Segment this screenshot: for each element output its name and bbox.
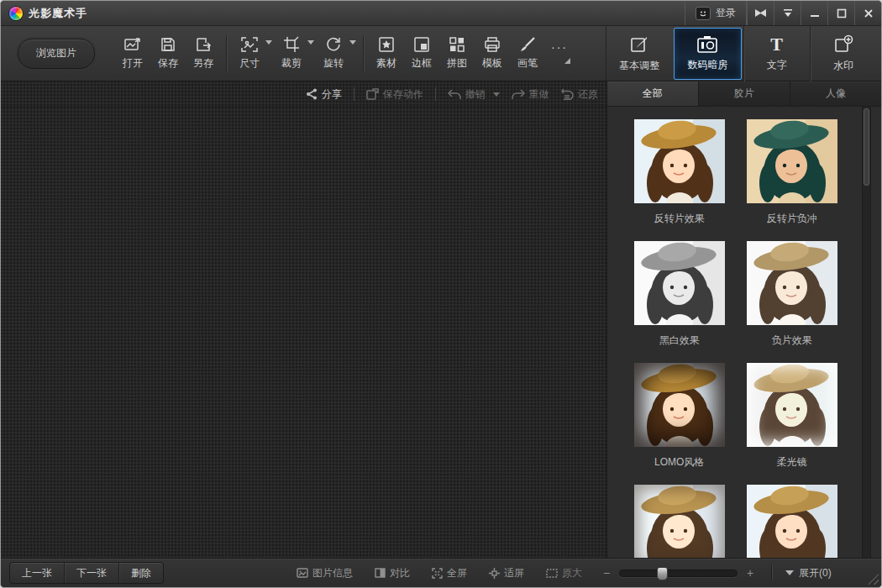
app-title: 光影魔术手 xyxy=(29,6,87,21)
more-tools-button[interactable]: ··· xyxy=(545,32,574,76)
bottom-bar: 上一张 下一张 删除 图片信息 对比 全屏 适屏 原大 − + xyxy=(1,558,881,587)
rotate-dropdown-arrow[interactable] xyxy=(349,40,356,45)
scrollbar-thumb[interactable] xyxy=(864,108,869,186)
mode-text[interactable]: T 文字 xyxy=(743,26,810,81)
login-label: 登录 xyxy=(716,6,736,20)
fullscreen-icon xyxy=(432,568,443,579)
file-tools-group: 打开 保存 另存 xyxy=(115,32,221,76)
original-size-button[interactable]: 原大 xyxy=(546,566,582,580)
restore-button[interactable]: 还原 xyxy=(561,87,598,102)
editor-area: 分享 保存动作 撤销 重做 还 xyxy=(1,81,607,559)
action-bar: 分享 保存动作 撤销 重做 还 xyxy=(1,81,606,108)
crop-icon xyxy=(283,36,300,53)
effect-thumbnail[interactable] xyxy=(634,119,725,203)
undo-dropdown-arrow[interactable] xyxy=(493,92,500,97)
browse-images-button[interactable]: 浏览图片 xyxy=(18,39,95,69)
collapse-button[interactable] xyxy=(774,1,801,25)
zoom-slider[interactable] xyxy=(619,570,738,577)
image-info-button[interactable]: 图片信息 xyxy=(297,566,353,580)
resize-grip[interactable] xyxy=(868,574,879,585)
mode-basic-adjust[interactable]: 基本调整 xyxy=(606,26,672,81)
undo-button[interactable]: 撤销 xyxy=(448,87,500,102)
effect-thumbnail[interactable] xyxy=(747,485,837,559)
effect-item-bw[interactable]: 黑白效果 xyxy=(634,241,725,347)
crop-button[interactable]: 裁剪 xyxy=(274,32,309,76)
effect-thumbnail[interactable] xyxy=(747,119,837,203)
next-button[interactable]: 下一张 xyxy=(64,563,118,583)
compare-label: 对比 xyxy=(390,566,410,580)
zoom-out-button[interactable]: − xyxy=(601,566,612,580)
effect-item-8[interactable] xyxy=(747,485,837,559)
maximize-button[interactable] xyxy=(827,1,854,25)
effect-item-cross-process[interactable]: 反转片负冲 xyxy=(747,119,837,225)
zoom-in-button[interactable]: + xyxy=(744,566,756,580)
tab-all[interactable]: 全部 xyxy=(607,81,699,106)
effect-thumbnail[interactable] xyxy=(634,485,725,559)
redo-icon xyxy=(512,89,525,100)
actionbar-separator xyxy=(354,87,354,101)
fullscreen-button[interactable]: 全屏 xyxy=(432,566,467,580)
mode-digital-darkroom[interactable]: 数码暗房 xyxy=(674,28,741,80)
effects-tabs: 全部 胶片 人像 xyxy=(607,81,881,107)
skin-button[interactable] xyxy=(747,1,774,25)
main-area: 分享 保存动作 撤销 重做 还 xyxy=(1,81,881,559)
frame-label: 边框 xyxy=(412,56,432,71)
effect-item-negative[interactable]: 负片效果 xyxy=(747,241,837,347)
effect-thumbnail[interactable] xyxy=(634,363,725,447)
open-button[interactable]: 打开 xyxy=(115,32,150,76)
template-button[interactable]: 模板 xyxy=(475,32,510,76)
darkroom-camera-icon xyxy=(696,35,718,54)
basic-adjust-icon xyxy=(629,34,649,55)
effect-item-reversal[interactable]: 反转片效果 xyxy=(634,119,725,225)
minimize-button[interactable] xyxy=(801,1,827,25)
effect-item-7[interactable] xyxy=(634,485,725,559)
fit-screen-label: 适屏 xyxy=(504,566,524,580)
previous-label: 上一张 xyxy=(22,566,52,580)
panel-scrollbar[interactable] xyxy=(862,107,871,559)
photo-nav-group: 上一张 下一张 删除 xyxy=(9,562,164,584)
save-button[interactable]: 保存 xyxy=(150,32,186,76)
expand-button[interactable]: 展开(0) xyxy=(785,566,832,580)
login-button[interactable]: 登录 xyxy=(685,1,747,25)
image-info-label: 图片信息 xyxy=(312,566,353,580)
expand-arrow-icon xyxy=(785,570,794,575)
rotate-button[interactable]: 旋转 xyxy=(316,32,351,76)
mode-buttons: 基本调整 数码暗房 T 文字 水印 xyxy=(606,26,876,81)
image-canvas[interactable] xyxy=(1,108,606,559)
collage-button[interactable]: 拼图 xyxy=(439,32,475,76)
text-tool-icon: T xyxy=(770,35,783,54)
zoom-slider-thumb[interactable] xyxy=(657,567,668,580)
brush-button[interactable]: 画笔 xyxy=(510,32,545,76)
close-button[interactable] xyxy=(854,1,881,25)
effect-thumbnail[interactable] xyxy=(634,241,725,325)
redo-button[interactable]: 重做 xyxy=(512,87,549,102)
mode-watermark[interactable]: 水印 xyxy=(810,26,876,81)
save-as-button[interactable]: 另存 xyxy=(186,32,221,76)
effect-thumbnail[interactable] xyxy=(747,363,837,447)
tab-portrait[interactable]: 人像 xyxy=(790,81,881,106)
rotate-label: 旋转 xyxy=(323,56,344,71)
resize-dropdown-arrow[interactable] xyxy=(265,40,272,45)
fit-screen-button[interactable]: 适屏 xyxy=(489,566,524,580)
effect-label: 反转片负冲 xyxy=(767,212,817,225)
save-action-button[interactable]: 保存动作 xyxy=(366,87,423,102)
undo-icon xyxy=(448,89,461,100)
frame-button[interactable]: 边框 xyxy=(404,32,439,76)
rotate-icon xyxy=(325,36,342,53)
compare-button[interactable]: 对比 xyxy=(375,566,410,580)
material-button[interactable]: 素材 xyxy=(369,32,404,76)
crop-dropdown-arrow[interactable] xyxy=(307,40,314,45)
image-info-icon xyxy=(297,568,308,578)
delete-button[interactable]: 删除 xyxy=(118,563,163,583)
previous-button[interactable]: 上一张 xyxy=(10,563,64,583)
material-star-icon xyxy=(378,36,395,53)
tab-film[interactable]: 胶片 xyxy=(699,81,790,106)
effect-item-lomo[interactable]: LOMO风格 xyxy=(634,363,725,469)
watermark-label: 水印 xyxy=(833,59,853,73)
share-button[interactable]: 分享 xyxy=(306,87,342,102)
open-label: 打开 xyxy=(123,56,143,71)
effect-thumbnail[interactable] xyxy=(747,241,837,325)
template-icon xyxy=(484,36,501,53)
effect-item-soft-focus[interactable]: 柔光镜 xyxy=(747,363,837,469)
resize-button[interactable]: 尺寸 xyxy=(232,32,267,76)
